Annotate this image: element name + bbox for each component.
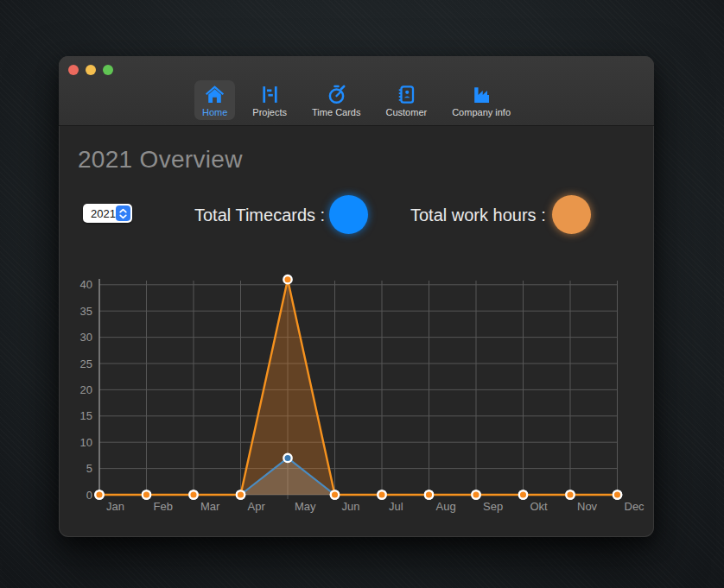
x-axis-tick-label: Jul <box>389 500 403 513</box>
data-point-marker[interactable] <box>237 490 245 498</box>
toolbar: Home Projects <box>59 80 654 120</box>
y-axis-tick-label: 0 <box>86 489 92 502</box>
toolbar-item-label: Home <box>202 107 227 117</box>
desktop: { "window": { "toolbar": { "items": [ {"… <box>0 0 724 588</box>
y-axis-tick-label: 20 <box>80 383 92 396</box>
y-axis-tick-label: 15 <box>80 409 92 422</box>
toolbar-item-label: Customer <box>385 107 427 117</box>
toolbar-item-label: Company info <box>452 107 511 117</box>
zoom-button[interactable] <box>103 65 113 75</box>
data-point-marker[interactable] <box>519 490 527 498</box>
y-axis-tick-label: 25 <box>80 357 92 370</box>
x-axis-tick-label: Feb <box>154 500 173 513</box>
series-line-0 <box>99 458 618 495</box>
data-point-marker[interactable] <box>143 490 150 498</box>
series-line-1 <box>99 280 618 495</box>
toolbar-item-label: Projects <box>252 107 287 117</box>
series-area-0 <box>99 458 618 495</box>
y-axis-tick-label: 40 <box>80 278 92 291</box>
x-axis-tick-label: Nov <box>577 500 598 513</box>
page-title: 2021 Overview <box>78 146 243 174</box>
y-axis-tick-label: 35 <box>80 305 92 318</box>
x-axis-tick-label: Apr <box>248 500 266 513</box>
data-point-marker[interactable] <box>95 490 103 498</box>
data-point-marker[interactable] <box>189 490 197 498</box>
stopwatch-icon <box>326 84 347 105</box>
x-axis-tick-label: Jun <box>342 500 360 513</box>
chevron-up-down-icon <box>116 205 130 221</box>
x-axis-tick-label: Sep <box>483 500 503 513</box>
data-point-marker[interactable] <box>283 275 291 283</box>
close-button[interactable] <box>68 65 79 75</box>
x-axis-tick-label: Jan <box>106 500 124 513</box>
x-axis-tick-label: Aug <box>436 500 456 513</box>
timecards-legend-label: Total Timecards : <box>194 205 325 225</box>
projects-icon <box>259 84 281 105</box>
x-axis-tick-label: Dec <box>625 500 645 513</box>
data-point-marker[interactable] <box>378 490 385 498</box>
app-window: Home Projects <box>59 56 654 537</box>
year-select-value: 2021 <box>83 207 116 220</box>
x-axis-tick-label: Okt <box>530 500 549 513</box>
workhours-legend-label: Total work hours : <box>410 205 546 225</box>
y-axis-tick-label: 5 <box>86 462 92 475</box>
toolbar-item-companyinfo[interactable]: Company info <box>444 80 518 120</box>
data-point-marker[interactable] <box>283 454 291 462</box>
factory-icon <box>471 84 492 105</box>
data-point-marker[interactable] <box>566 490 574 498</box>
workhours-legend-swatch <box>552 195 591 234</box>
series-area-1 <box>99 280 618 495</box>
x-axis-tick-label: May <box>295 500 316 513</box>
year-select[interactable]: 2021 <box>83 204 132 223</box>
toolbar-item-projects[interactable]: Projects <box>245 80 295 120</box>
data-point-marker[interactable] <box>472 490 479 498</box>
address-book-icon <box>396 84 417 105</box>
overview-chart: 0510152025303540JanFebMarAprMayJunJulAug… <box>76 272 654 531</box>
data-point-marker[interactable] <box>425 490 433 498</box>
window-controls <box>68 65 113 75</box>
y-axis-tick-label: 30 <box>80 331 92 344</box>
toolbar-item-customer[interactable]: Customer <box>378 80 435 120</box>
titlebar: Home Projects <box>59 56 654 126</box>
data-point-marker[interactable] <box>331 490 339 498</box>
chart-container: 0510152025303540JanFebMarAprMayJunJulAug… <box>76 272 654 531</box>
x-axis-tick-label: Mar <box>200 500 220 513</box>
y-axis-tick-label: 10 <box>80 436 92 449</box>
timecards-legend-swatch <box>329 195 368 234</box>
home-icon <box>204 84 225 105</box>
toolbar-item-timecards[interactable]: Time Cards <box>304 80 368 120</box>
toolbar-item-label: Time Cards <box>312 107 360 117</box>
data-point-marker[interactable] <box>613 490 621 498</box>
toolbar-item-home[interactable]: Home <box>194 80 235 120</box>
minimize-button[interactable] <box>86 65 96 75</box>
